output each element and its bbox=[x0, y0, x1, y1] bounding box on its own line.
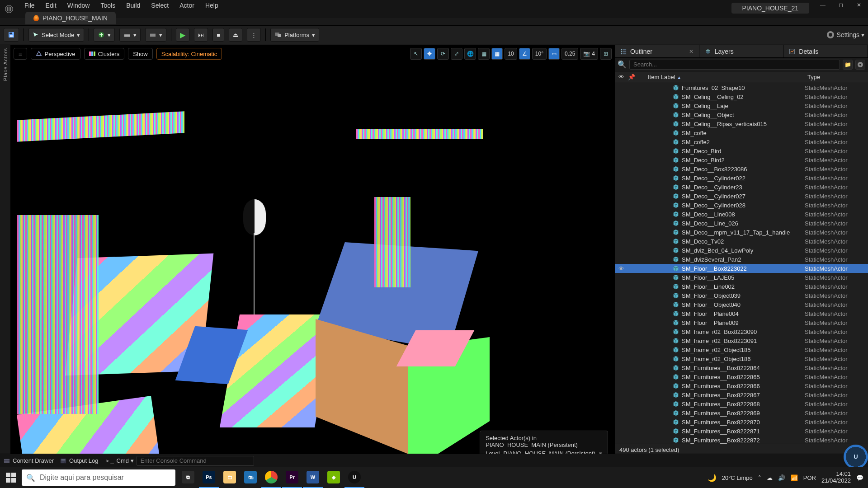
outliner-settings[interactable] bbox=[855, 60, 865, 70]
menu-select[interactable]: Select bbox=[146, 1, 173, 10]
outliner-row[interactable]: 👁SM_Celing__Celing_02StaticMeshActor bbox=[615, 92, 868, 101]
angle-snap-toggle[interactable]: ∠ bbox=[519, 48, 530, 60]
grid-snap-value[interactable]: 10 bbox=[505, 48, 517, 60]
console-input[interactable] bbox=[137, 456, 254, 466]
menu-build[interactable]: Build bbox=[122, 1, 145, 10]
start-button[interactable] bbox=[0, 467, 22, 488]
outliner-row[interactable]: 👁SM_Furnitures__Box8222869StaticMeshActo… bbox=[615, 408, 868, 418]
scale-snap-toggle[interactable]: ▭ bbox=[548, 48, 560, 60]
tray-notifications-icon[interactable]: 💬 bbox=[856, 474, 863, 481]
outliner-row[interactable]: 👁SM_Celing__ObjectStaticMeshActor bbox=[615, 110, 868, 119]
visibility-icon[interactable]: 👁 bbox=[615, 265, 627, 272]
play-options-button[interactable]: ⋮ bbox=[247, 28, 261, 42]
taskbar-photoshop[interactable]: Ps bbox=[199, 467, 219, 488]
taskbar-unreal[interactable]: U bbox=[344, 467, 364, 488]
outliner-row[interactable]: 👁SM_Furnitures__Box8222872StaticMeshActo… bbox=[615, 436, 868, 444]
open-level-tab[interactable]: PIANO_HOUSE_MAIN bbox=[25, 12, 116, 24]
outliner-row[interactable]: 👁SM_frame_r02_Box8223091StaticMeshActor bbox=[615, 336, 868, 345]
taskbar-clock[interactable]: 14:01 21/04/2022 bbox=[821, 471, 851, 484]
outliner-row[interactable]: 👁SM_Floor__Plane004StaticMeshActor bbox=[615, 309, 868, 318]
maximize-button[interactable]: ◻ bbox=[832, 0, 850, 10]
column-item-label[interactable]: Item Label ▲ bbox=[648, 74, 681, 80]
outliner-row[interactable]: 👁SM_Deco_BirdStaticMeshActor bbox=[615, 146, 868, 155]
menu-window[interactable]: Window bbox=[63, 1, 94, 10]
taskbar-explorer[interactable]: 🗀 bbox=[220, 467, 240, 488]
add-content-button[interactable]: ▾ bbox=[94, 28, 115, 42]
outliner-row[interactable]: 👁SM_Deco__Box8223086StaticMeshActor bbox=[615, 164, 868, 174]
outliner-row[interactable]: 👁SM_Furnitures__Box8222868StaticMeshActo… bbox=[615, 399, 868, 408]
content-drawer-button[interactable]: Content Drawer bbox=[4, 457, 54, 464]
outliner-row[interactable]: 👁SM_Deco__Line_026StaticMeshActor bbox=[615, 219, 868, 228]
close-button[interactable]: ✕ bbox=[850, 0, 868, 10]
perspective-dropdown[interactable]: Perspective bbox=[31, 48, 80, 60]
outliner-row[interactable]: 👁SM_frame_r02_Object186StaticMeshActor bbox=[615, 354, 868, 363]
outliner-row[interactable]: 👁SM_Furnitures__Box8222865StaticMeshActo… bbox=[615, 372, 868, 381]
tray-chevron-icon[interactable]: ˄ bbox=[758, 474, 761, 481]
outliner-row[interactable]: 👁Furnitures_02_Shape10StaticMeshActor bbox=[615, 83, 868, 92]
column-type[interactable]: Type bbox=[805, 74, 868, 80]
tab-layers[interactable]: Layers bbox=[699, 45, 784, 57]
outliner-row[interactable]: 👁SM_Floor__Object040StaticMeshActor bbox=[615, 300, 868, 309]
viewport-maximize[interactable]: ⊞ bbox=[600, 48, 612, 60]
surface-snap-toggle[interactable]: ▦ bbox=[478, 48, 490, 60]
outliner-row[interactable]: 👁SM_Deco_Tv02StaticMeshActor bbox=[615, 237, 868, 246]
outliner-row[interactable]: 👁SM_Floor__Object039StaticMeshActor bbox=[615, 291, 868, 300]
pin-icon[interactable]: 📌 bbox=[628, 74, 635, 80]
outliner-row[interactable]: 👁SM_Deco__Cylinder022StaticMeshActor bbox=[615, 174, 868, 183]
menu-help[interactable]: Help bbox=[201, 1, 223, 10]
cinematics-button[interactable]: ▾ bbox=[145, 28, 166, 42]
menu-actor[interactable]: Actor bbox=[175, 1, 199, 10]
outliner-row[interactable]: 👁SM_coffe2StaticMeshActor bbox=[615, 137, 868, 146]
eject-button[interactable]: ⏏ bbox=[229, 28, 242, 42]
outliner-search-input[interactable] bbox=[629, 60, 840, 70]
show-dropdown[interactable]: Show bbox=[128, 48, 153, 60]
outliner-row[interactable]: 👁SM_Deco__Cylinder23StaticMeshActor bbox=[615, 183, 868, 192]
outliner-row[interactable]: 👁SM_Celing__Ripas_verticais015StaticMesh… bbox=[615, 119, 868, 128]
taskbar-store[interactable]: 🛍 bbox=[241, 467, 260, 488]
select-mode-dropdown[interactable]: Select Mode ▾ bbox=[28, 28, 84, 42]
project-name-pill[interactable]: PIANO_HOUSE_21 bbox=[731, 3, 810, 14]
tray-network-icon[interactable]: 📶 bbox=[791, 474, 798, 481]
outliner-row[interactable]: 👁SM_Furnitures__Box8222864StaticMeshActo… bbox=[615, 363, 868, 372]
tray-volume-icon[interactable]: 🔊 bbox=[778, 474, 785, 481]
tab-details[interactable]: Details bbox=[783, 45, 868, 57]
grid-snap-toggle[interactable]: ▦ bbox=[491, 48, 503, 60]
outliner-row[interactable]: 👁SM_Floor__Plane009StaticMeshActor bbox=[615, 318, 868, 327]
translate-tool[interactable]: ✥ bbox=[424, 48, 435, 60]
viewport-menu-button[interactable]: ≡ bbox=[14, 48, 27, 60]
outliner-row[interactable]: 👁SM_Floor__Line002StaticMeshActor bbox=[615, 282, 868, 291]
outliner-row[interactable]: 👁SM_Celing__LajeStaticMeshActor bbox=[615, 101, 868, 110]
scale-tool[interactable]: ⤢ bbox=[451, 48, 462, 60]
tray-onedrive-icon[interactable]: ☁ bbox=[767, 474, 773, 481]
menu-tools[interactable]: Tools bbox=[96, 1, 120, 10]
weather-text[interactable]: 20°C Limpo bbox=[722, 474, 753, 481]
level-viewport[interactable]: Selected Actor(s) in PIANO_HOUSE_MAIN (P… bbox=[13, 61, 613, 465]
taskbar-chrome[interactable] bbox=[261, 467, 281, 488]
close-icon[interactable]: ✕ bbox=[689, 48, 693, 55]
taskbar-word[interactable]: W bbox=[303, 467, 323, 488]
outliner-row[interactable]: 👁SM_Floor__Box8223022StaticMeshActor bbox=[615, 264, 868, 273]
stop-button[interactable]: ■ bbox=[212, 28, 224, 42]
cmd-mode-dropdown[interactable]: Cmd ▾ bbox=[117, 457, 134, 464]
outliner-row[interactable]: 👁SM_coffeStaticMeshActor bbox=[615, 128, 868, 137]
scale-snap-value[interactable]: 0.25 bbox=[561, 48, 578, 60]
select-tool[interactable]: ↖ bbox=[410, 48, 422, 60]
skip-button[interactable]: ⏭ bbox=[194, 28, 208, 42]
tray-language-icon[interactable]: POR bbox=[803, 474, 816, 481]
outliner-list[interactable]: 👁Furnitures_02_Shape10StaticMeshActor👁SM… bbox=[615, 83, 868, 444]
outliner-row[interactable]: 👁SM_Floor__LAJE05StaticMeshActor bbox=[615, 273, 868, 282]
outliner-row[interactable]: 👁SM_Furnitures__Box8222870StaticMeshActo… bbox=[615, 418, 868, 427]
camera-speed[interactable]: 📷 4 bbox=[580, 48, 598, 60]
taskbar-nvidia[interactable]: ◈ bbox=[324, 467, 344, 488]
settings-dropdown[interactable]: Settings ▾ bbox=[837, 31, 864, 38]
play-button[interactable]: ▶ bbox=[176, 28, 189, 42]
outliner-row[interactable]: 👁SM_dviz_Bed_04_LowPolyStaticMeshActor bbox=[615, 246, 868, 255]
visibility-icon[interactable]: 👁 bbox=[618, 74, 624, 80]
angle-snap-value[interactable]: 10° bbox=[532, 48, 547, 60]
marketplace-button[interactable]: ▾ bbox=[119, 28, 141, 42]
save-button[interactable] bbox=[4, 28, 19, 42]
outliner-row[interactable]: 👁SM_frame_r02_Object185StaticMeshActor bbox=[615, 345, 868, 354]
menu-file[interactable]: File bbox=[20, 1, 39, 10]
output-log-button[interactable]: Output Log bbox=[60, 457, 98, 464]
taskbar-premiere[interactable]: Pr bbox=[282, 467, 302, 488]
